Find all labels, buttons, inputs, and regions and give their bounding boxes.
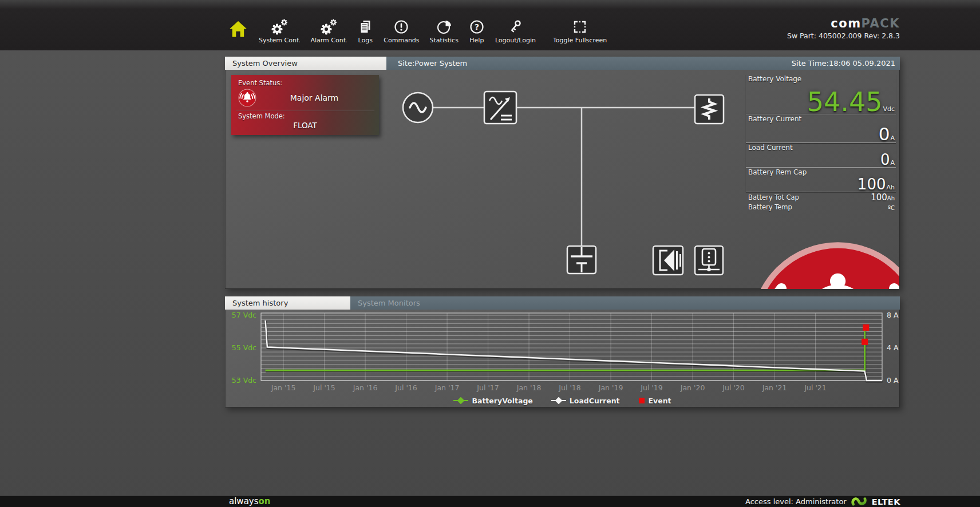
fullscreen-icon xyxy=(572,18,588,36)
svg-text:Jul '20: Jul '20 xyxy=(722,383,744,392)
svg-text:Jan '16: Jan '16 xyxy=(353,383,378,392)
chart-legend: BatteryVoltage LoadCurrent Event xyxy=(226,394,899,407)
nav-logs[interactable]: Logs xyxy=(357,18,373,44)
measurement-battery-tot-cap: Battery Tot Cap100Ah xyxy=(746,192,896,202)
nav-help[interactable]: ? Help xyxy=(469,18,485,44)
svg-text:Jan '20: Jan '20 xyxy=(680,383,705,392)
load-icon[interactable] xyxy=(695,95,724,124)
battery-voltage-marker-icon xyxy=(453,397,468,404)
access-level: Access level: Administrator xyxy=(745,497,847,506)
battery-icon[interactable] xyxy=(567,246,596,274)
nav-label: Logout/Login xyxy=(495,37,536,44)
logs-icon xyxy=(357,18,373,36)
event-marker-icon xyxy=(638,397,645,404)
svg-text:Jul '15: Jul '15 xyxy=(313,383,335,392)
measurement-battery-current: Battery Current0A xyxy=(746,114,896,143)
history-tabbar: System history System Monitors xyxy=(225,296,900,310)
svg-text:53 Vdc: 53 Vdc xyxy=(232,376,256,385)
svg-text:Jan '21: Jan '21 xyxy=(762,383,787,392)
measurements: Battery Voltage54.45VdcBattery Current0A… xyxy=(746,74,896,212)
svg-text:Jul '16: Jul '16 xyxy=(394,383,417,392)
svg-text:Jan '17: Jan '17 xyxy=(434,383,460,392)
svg-text:Jan '15: Jan '15 xyxy=(271,383,296,392)
system-history-panel: System history System Monitors Jan '15Ju… xyxy=(225,296,900,407)
home-icon xyxy=(228,18,248,39)
measurement-battery-temp: Battery TempºC xyxy=(746,202,896,212)
measurement-load-current: Load Current0A xyxy=(746,143,896,168)
key-icon xyxy=(507,18,523,36)
audio-alarm-icon[interactable] xyxy=(653,246,683,275)
exclamation-circle-icon xyxy=(393,18,409,36)
svg-text:57 Vdc: 57 Vdc xyxy=(232,311,256,319)
eltek-logo-icon xyxy=(851,497,868,506)
svg-text:4 A: 4 A xyxy=(887,343,899,352)
eltek-wordmark: ELTEK xyxy=(872,497,900,506)
tab-system-overview[interactable]: System Overview xyxy=(225,57,386,70)
nav-logout-login[interactable]: Logout/Login xyxy=(495,18,536,44)
site-time: Site Time:18:06 05.09.2021 xyxy=(792,57,900,70)
pie-chart-icon xyxy=(436,18,452,36)
load-current-marker-icon xyxy=(551,397,566,404)
overview-body: Event Status: Major Alarm System Mode: F… xyxy=(226,70,899,288)
nav-label: Alarm Conf. xyxy=(310,37,347,44)
legend-label: Event xyxy=(649,397,671,405)
svg-text:Jul '17: Jul '17 xyxy=(476,383,499,392)
history-chart: Jan '15Jul '15Jan '16Jul '16Jan '17Jul '… xyxy=(226,310,900,394)
main-nav: System Conf. Alarm Conf. Logs Commands xyxy=(228,18,607,44)
rectifier-icon[interactable] xyxy=(484,92,516,124)
svg-text:Jul '18: Jul '18 xyxy=(558,383,580,392)
measurement-battery-voltage: Battery Voltage54.45Vdc xyxy=(746,74,896,114)
footer: alwayson Access level: Administrator ELT… xyxy=(0,496,980,507)
nav-label: Commands xyxy=(384,37,419,44)
screen: System Conf. Alarm Conf. Logs Commands xyxy=(0,0,980,507)
bus-lines xyxy=(433,108,695,252)
tab-system-monitors[interactable]: System Monitors xyxy=(350,296,900,310)
svg-text:Jan '19: Jan '19 xyxy=(598,383,623,392)
nav-statistics[interactable]: Statistics xyxy=(430,18,459,44)
gears-icon xyxy=(320,18,337,36)
nav-system-conf[interactable]: System Conf. xyxy=(259,18,300,44)
nav-commands[interactable]: Commands xyxy=(384,18,419,44)
svg-text:Jul '21: Jul '21 xyxy=(804,383,826,392)
legend-event[interactable]: Event xyxy=(638,397,671,405)
battery-alarm-badge-icon xyxy=(754,245,899,289)
overview-tabbar: System Overview Site:Power System Site T… xyxy=(225,57,900,70)
system-overview-panel: System Overview Site:Power System Site T… xyxy=(225,57,900,289)
svg-text:8 A: 8 A xyxy=(887,311,899,319)
legend-label: BatteryVoltage xyxy=(472,397,532,405)
top-toolbar: System Conf. Alarm Conf. Logs Commands xyxy=(0,0,980,50)
question-circle-icon: ? xyxy=(469,18,485,36)
nav-home[interactable] xyxy=(228,18,248,39)
measurement-battery-rem-cap: Battery Rem Cap100Ah xyxy=(746,168,896,192)
nav-label: System Conf. xyxy=(259,37,300,44)
nav-label: Logs xyxy=(358,37,373,44)
brand: comPACK Sw Part: 405002.009 Rev: 2.8.3 xyxy=(787,17,900,40)
legend-battery-voltage[interactable]: BatteryVoltage xyxy=(453,397,532,405)
site-header: Site:Power System Site Time:18:06 05.09.… xyxy=(386,57,900,70)
nav-alarm-conf[interactable]: Alarm Conf. xyxy=(310,18,347,44)
legend-label: LoadCurrent xyxy=(570,397,620,405)
nav-label: Toggle Fullscreen xyxy=(553,37,607,44)
svg-text:Jan '18: Jan '18 xyxy=(516,383,542,392)
svg-text:?: ? xyxy=(475,22,479,31)
alwayson-logo: alwayson xyxy=(229,496,271,507)
nav-toggle-fullscreen[interactable]: Toggle Fullscreen xyxy=(553,18,607,44)
site-name: Site:Power System xyxy=(386,57,467,70)
sw-version: Sw Part: 405002.009 Rev: 2.8.3 xyxy=(787,31,900,40)
nav-label: Statistics xyxy=(430,37,459,44)
tab-system-history[interactable]: System history xyxy=(225,296,350,310)
nav-label: Help xyxy=(469,37,484,44)
compack-logo: comPACK xyxy=(787,17,900,30)
distribution-icon[interactable] xyxy=(695,246,723,275)
gears-icon xyxy=(271,18,288,36)
svg-text:Jul '19: Jul '19 xyxy=(640,383,662,392)
history-body: Jan '15Jul '15Jan '16Jul '16Jan '17Jul '… xyxy=(226,310,899,407)
svg-text:0 A: 0 A xyxy=(887,376,899,385)
ac-source-icon[interactable] xyxy=(403,93,433,122)
svg-text:55 Vdc: 55 Vdc xyxy=(232,343,256,352)
legend-load-current[interactable]: LoadCurrent xyxy=(551,397,620,405)
